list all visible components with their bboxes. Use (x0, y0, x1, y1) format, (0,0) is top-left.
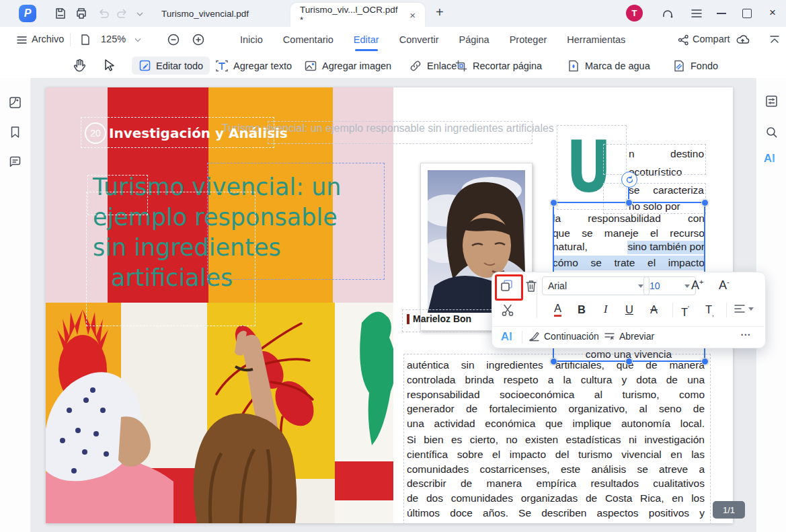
bookmarks-panel-icon[interactable] (8, 125, 22, 139)
close-window-button[interactable]: × (769, 6, 776, 20)
save-icon[interactable] (54, 7, 67, 20)
continuacion-button[interactable]: Continuación (528, 330, 599, 342)
agregar-imagen-button[interactable]: Agregar imagen (304, 56, 391, 75)
text-block-outline[interactable] (268, 121, 533, 144)
selection-handle[interactable] (625, 358, 633, 365)
tab-label: Turismo_viv...l_OCR.pdf * (300, 5, 400, 25)
tab-proteger[interactable]: Proteger (510, 27, 547, 52)
crop-icon (455, 59, 468, 73)
chevron-down-icon (684, 284, 690, 288)
divider (537, 279, 537, 318)
share-icon[interactable] (678, 34, 689, 46)
undo-icon[interactable] (97, 7, 110, 20)
watermark-icon (567, 59, 580, 73)
selection-handle[interactable] (701, 358, 709, 365)
collapse-toolbar-icon[interactable] (769, 34, 780, 45)
app-logo-icon[interactable]: P (19, 5, 36, 22)
divider (726, 303, 727, 317)
titlebar: P Turismo_vivencial.pdf Turismo_viv...l_… (0, 0, 786, 27)
ai-icon[interactable]: AI (501, 330, 512, 344)
tab-label: Turismo_vivencial.pdf (161, 9, 249, 19)
ai-actions-row: AI Continuación Abreviar ••• (492, 326, 764, 348)
rotate-icon (625, 176, 634, 184)
tab-convertir[interactable]: Convertir (399, 27, 439, 52)
divider (522, 331, 522, 344)
enlace-button[interactable]: Enlace (409, 56, 457, 75)
tab-herramientas[interactable]: Herramientas (567, 27, 625, 52)
agregar-texto-button[interactable]: Agregar texto (215, 56, 292, 75)
text-block-outline[interactable] (603, 144, 706, 175)
page-fit-icon[interactable] (79, 34, 91, 46)
tab-close-icon[interactable]: × (409, 9, 416, 21)
zoom-dropdown-icon[interactable] (134, 38, 141, 43)
menu-hamburger-icon[interactable] (690, 7, 703, 20)
font-color-button[interactable]: A (554, 301, 561, 317)
ai-panel-icon[interactable]: AI (764, 152, 775, 165)
paragraph-block-outline[interactable] (403, 354, 711, 523)
properties-panel-icon[interactable] (764, 94, 779, 108)
tab-turismo-ocr-active[interactable]: Turismo_viv...l_OCR.pdf * × (290, 3, 425, 27)
maximize-button[interactable] (742, 9, 752, 18)
add-text-icon (215, 59, 229, 73)
decrease-font-button[interactable]: A- (719, 278, 730, 293)
tab-inicio[interactable]: Inicio (240, 27, 263, 52)
body-line[interactable]: que se maneje el recurso (553, 226, 705, 241)
highlighted-text-line[interactable]: cómo se trate el impacto (553, 256, 705, 270)
selection-handle[interactable] (625, 199, 633, 206)
strikethrough-button[interactable]: A (650, 301, 658, 317)
font-family-select[interactable]: Arial (542, 276, 650, 295)
hand-tool-icon[interactable] (71, 58, 87, 73)
selection-handle[interactable] (550, 199, 557, 206)
select-cursor-icon[interactable] (101, 58, 116, 73)
cut-scissors-icon[interactable] (500, 303, 515, 317)
increase-font-button[interactable]: A+ (691, 278, 703, 293)
bold-button[interactable]: B (578, 301, 586, 317)
chevron-down-icon (638, 284, 643, 288)
floating-format-toolbar: Arial 10 A+ A- A B I U A T' T, AI Contin… (492, 272, 766, 348)
selection-handle[interactable] (550, 358, 557, 365)
recortar-pagina-button[interactable]: Recortar página (455, 56, 542, 75)
more-options-icon[interactable]: ••• (741, 332, 751, 338)
text-block-outline[interactable] (603, 183, 706, 214)
chevron-down-icon (748, 307, 754, 311)
pen-write-icon (528, 330, 540, 342)
history-dropdown-icon[interactable] (136, 10, 144, 18)
abreviar-button[interactable]: Abreviar (604, 330, 654, 342)
tab-pagina[interactable]: Página (459, 27, 489, 52)
tab-comentario[interactable]: Comentario (283, 27, 333, 52)
print-icon[interactable] (75, 7, 88, 20)
selected-text-block-outline[interactable] (207, 163, 385, 280)
zoom-in-icon[interactable] (192, 33, 205, 46)
superscript-button[interactable]: T' (681, 301, 689, 320)
divider (70, 33, 71, 46)
cloud-upload-icon[interactable] (736, 33, 750, 47)
zoom-out-icon[interactable] (167, 33, 180, 46)
alignment-button[interactable] (734, 303, 754, 314)
marca-de-agua-button[interactable]: Marca de agua (567, 56, 650, 75)
fondo-button[interactable]: Fondo (672, 56, 718, 75)
compartir-button[interactable]: Compart (693, 34, 734, 44)
text-block-outline[interactable] (81, 117, 274, 148)
user-avatar[interactable]: T (626, 5, 643, 22)
tab-turismo-vivencial[interactable]: Turismo_vivencial.pdf (161, 0, 249, 27)
minimize-button[interactable] (717, 13, 726, 14)
tab-editar[interactable]: Editar (354, 27, 379, 52)
archivo-menu-icon (17, 35, 27, 45)
underline-button[interactable]: U (625, 301, 633, 317)
italic-button[interactable]: I (604, 301, 608, 317)
new-tab-button[interactable]: + (436, 5, 444, 20)
comments-panel-icon[interactable] (8, 155, 22, 169)
archivo-menu[interactable]: Archivo (32, 34, 64, 44)
editar-todo-button[interactable]: Editar todo (132, 56, 210, 75)
search-panel-icon[interactable] (764, 125, 779, 139)
subscript-button[interactable]: T, (705, 301, 714, 322)
selection-handle[interactable] (701, 199, 709, 206)
support-headset-icon[interactable] (661, 7, 674, 20)
zoom-level-value[interactable]: 125% (101, 34, 126, 44)
background-icon (672, 59, 686, 73)
redo-icon[interactable] (116, 7, 129, 20)
body-line[interactable]: natural,sino también por (553, 241, 705, 254)
thumbnails-panel-icon[interactable] (8, 96, 22, 110)
rotate-handle[interactable] (621, 172, 637, 188)
font-size-select[interactable]: 10 (643, 276, 696, 295)
